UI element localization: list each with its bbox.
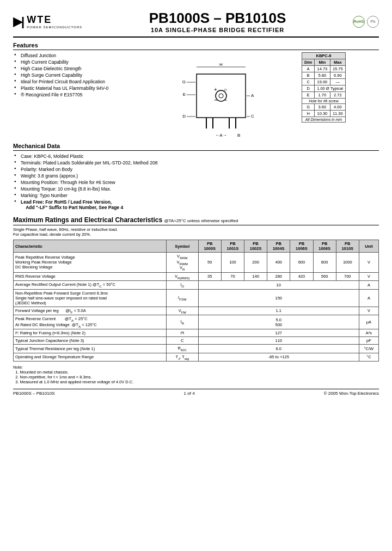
row-ir: Peak Reverse Current @TA = 25°CAt Rated … xyxy=(14,315,379,329)
col-unit: Unit xyxy=(359,240,378,253)
dimensions-table: KBPC-6 Dim Min Max A14.7315.75 B5.806.90 xyxy=(302,52,346,123)
mech-item: Marking: Typo Number xyxy=(13,192,379,199)
logo-area: ▶| WTE POWER SEMICONDUCTORS xyxy=(13,14,82,29)
feature-item: Plastic Material has UL Flammability 94V… xyxy=(13,85,150,91)
ratings-header-row: Characteristic Symbol PB1000S PB1001S PB… xyxy=(14,240,379,253)
char-ifsm: Non-Repetitive Peak Forward Surge Curren… xyxy=(14,289,167,307)
features-list: Diffused Junction High Current Capabilit… xyxy=(13,52,150,98)
dim-col-dim: Dim xyxy=(302,59,315,66)
row-vrms: RMS Reverse Voltage VR(RMS) 35 70 140 28… xyxy=(14,272,379,281)
svg-text:○: ○ xyxy=(224,87,227,93)
dim-row-e: E1.702.72 xyxy=(302,92,346,99)
sym-io: IO xyxy=(166,281,198,290)
char-vfm: Forward Voltage per leg @IF = 5.0A xyxy=(14,307,167,315)
svg-text:+: + xyxy=(214,87,217,93)
sym-ir: IR xyxy=(166,315,198,329)
svg-text:~: ~ xyxy=(214,97,217,103)
svg-text:←A→: ←A→ xyxy=(215,133,226,138)
notes-section: Note: 1. Mounted on metal chassis. 2. No… xyxy=(13,365,379,384)
pb-badge: Pb xyxy=(367,16,379,28)
part-subtitle: 10A SINGLE-PHASE BRIDGE RECTIFIER xyxy=(149,27,286,33)
part-number: PB1000S – PB1010S xyxy=(149,10,286,27)
feature-item: Ideal for Printed Circuit Board Applicat… xyxy=(13,78,150,85)
dim-row-a: A14.7315.75 xyxy=(302,66,346,72)
sym-vrrm: VRRMVRWMVR xyxy=(166,253,198,273)
feature-item: High Case Dielectric Strength xyxy=(13,65,150,72)
svg-text:G: G xyxy=(182,79,185,84)
ratings-title: Maximum Ratings and Electrical Character… xyxy=(13,216,379,225)
mech-item: Weight: 3.8 grams (approx.) xyxy=(13,173,379,179)
logo-subtitle: POWER SEMICONDUCTORS xyxy=(27,26,82,29)
sym-vfm: VFM xyxy=(166,307,198,315)
ratings-table: Characteristic Symbol PB1000S PB1001S PB… xyxy=(13,240,379,362)
footer-right: © 2005 Won-Top Electronics xyxy=(324,391,379,396)
page-header: ▶| WTE POWER SEMICONDUCTORS PB1000S – PB… xyxy=(13,10,379,38)
char-cap: Typical Junction Capacitance (Note 3) xyxy=(14,337,167,345)
dim-row-h: H10.3011.30 xyxy=(302,111,346,117)
page-footer: PB1000S – PB1010S 1 of 4 © 2005 Won-Top … xyxy=(13,389,379,396)
feature-item: ® Recognized File # E157705 xyxy=(13,91,150,98)
mech-item: Mounting Torque: 10 cm-kg (8.8 in-lbs) M… xyxy=(13,186,379,192)
dim-table-col: KBPC-6 Dim Min Max A14.7315.75 B5.806.90 xyxy=(297,52,379,139)
feature-item: High Current Capability xyxy=(13,59,150,65)
dim-row-g-label: Hole for #6 screw xyxy=(302,99,346,104)
svg-text:~: ~ xyxy=(224,97,227,103)
val-io: 10 xyxy=(198,281,359,290)
col-1004s: PB1004S xyxy=(267,240,290,253)
val-rth: 6.0 xyxy=(198,345,359,353)
dim-col-min: Min xyxy=(315,59,330,66)
notes-label: Note: xyxy=(13,365,23,370)
dim-row-b: B5.806.90 xyxy=(302,72,346,79)
row-vrrm: Peak Repetitive Reverse VoltageWorking P… xyxy=(14,253,379,273)
rohs-badge: RoHS xyxy=(353,16,365,28)
char-rth: Typical Thermal Resistance per leg (Note… xyxy=(14,345,167,353)
ratings-subtitle: Single Phase, half wave, 60Hz, resistive… xyxy=(13,227,379,237)
row-i2t: I²: Rating for Fusing (t<8.3ms) (Note 2)… xyxy=(14,329,379,337)
footer-center: 1 of 4 xyxy=(184,391,195,396)
row-temp: Operating and Storage Temperature Range … xyxy=(14,353,379,362)
row-ifsm: Non-Repetitive Peak Forward Surge Curren… xyxy=(14,289,379,307)
note-1: 1. Mounted on metal chassis. xyxy=(13,370,379,375)
features-list-col: Diffused Junction High Current Capabilit… xyxy=(13,52,150,139)
char-temp: Operating and Storage Temperature Range xyxy=(14,353,167,362)
col-1010s: PB1010S xyxy=(336,240,359,253)
logo-wte: WTE xyxy=(27,14,52,26)
mechanical-list: Case: KBPC-6, Molded Plastic Terminals: … xyxy=(13,153,379,211)
footer-left: PB1000S – PB1010S xyxy=(13,391,55,396)
ratings-section: Maximum Ratings and Electrical Character… xyxy=(13,216,379,362)
svg-text:C: C xyxy=(251,114,254,119)
char-io: Average Rectified Output Current (Note 1… xyxy=(14,281,167,290)
logo-text: WTE POWER SEMICONDUCTORS xyxy=(27,14,82,29)
col-1002s: PB1002S xyxy=(244,240,267,253)
dim-row-g: G3.604.00 xyxy=(302,104,346,111)
col-characteristic: Characteristic xyxy=(14,240,167,253)
feature-item: Diffused Junction xyxy=(13,52,150,59)
dim-col-max: Max xyxy=(330,59,345,66)
svg-point-6 xyxy=(219,94,223,98)
mech-item-leadfree: Lead Free: For RoHS / Lead Free Version,… xyxy=(13,199,379,211)
row-vfm: Forward Voltage per leg @IF = 5.0A VFM 1… xyxy=(14,307,379,315)
val-ir: 5.0500 xyxy=(198,315,359,329)
note-2: 2. Non-repetitive, for t > 1ms and < 8.3… xyxy=(13,375,379,379)
ratings-condition: @TA=25°C unless otherwise specified xyxy=(164,218,238,223)
col-1006s: PB1006S xyxy=(290,240,313,253)
features-content: Diffused Junction High Current Capabilit… xyxy=(13,52,379,139)
mech-item: Case: KBPC-6, Molded Plastic xyxy=(13,153,379,160)
row-io: Average Rectified Output Current (Note 1… xyxy=(14,281,379,290)
badge-area: RoHS Pb xyxy=(353,16,379,28)
sym-vrms: VR(RMS) xyxy=(166,272,198,281)
svg-rect-0 xyxy=(197,74,246,118)
col-1000s: PB1000S xyxy=(198,240,221,253)
dim-row-d: D1.00 Ø Typical xyxy=(302,85,346,92)
char-i2t: I²: Rating for Fusing (t<8.3ms) (Note 2) xyxy=(14,329,167,337)
features-section: Features Diffused Junction High Current … xyxy=(13,42,379,139)
val-ifsm: 150 xyxy=(198,289,359,307)
diagram-col: H G E A C D B ←A→ xyxy=(155,52,292,139)
char-vrms: RMS Reverse Voltage xyxy=(14,272,167,281)
col-1008s: PB1008S xyxy=(313,240,336,253)
char-ir: Peak Reverse Current @TA = 25°CAt Rated … xyxy=(14,315,167,329)
svg-text:E: E xyxy=(182,92,185,97)
val-cap: 110 xyxy=(198,337,359,345)
svg-text:H: H xyxy=(219,62,223,67)
val-i2t: 127 xyxy=(198,329,359,337)
